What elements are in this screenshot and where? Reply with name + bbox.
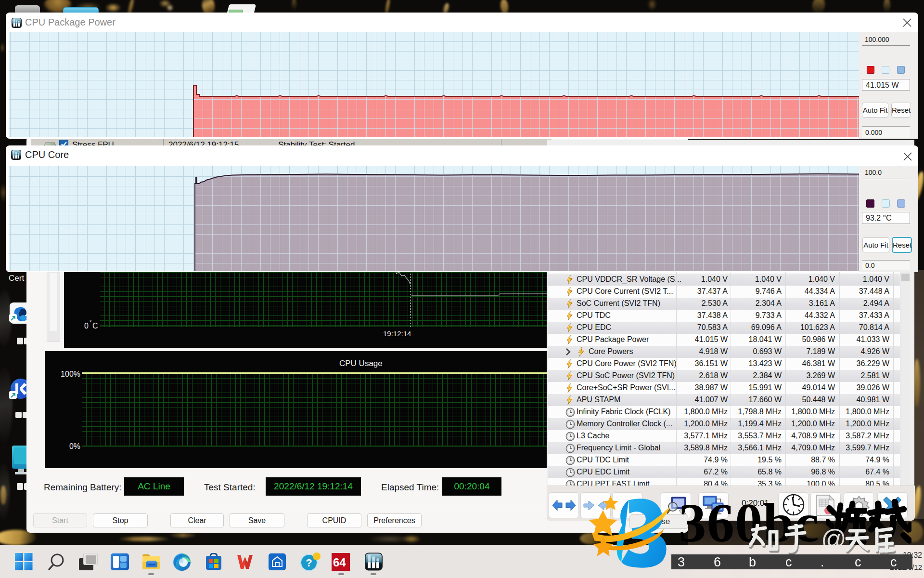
svg-text:?: ? <box>306 557 312 569</box>
